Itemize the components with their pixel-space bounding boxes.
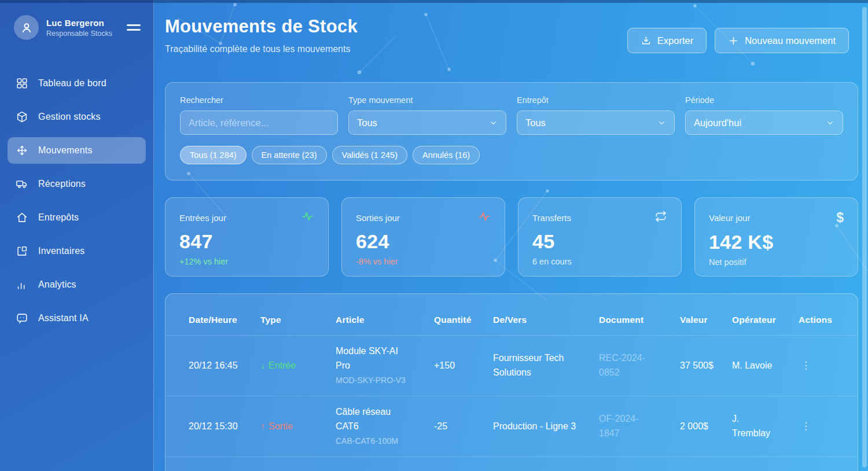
period-field-group: Période Aujourd'hui (685, 95, 843, 135)
user-info: Luc Bergeron Responsable Stocks (46, 18, 127, 38)
sidebar-item-inventaires[interactable]: Inventaires (8, 238, 146, 264)
inventory-icon (16, 245, 28, 257)
cell-value: 37 500$ (680, 359, 732, 373)
table-body: 20/12 16:45↓EntréeModule SKY-AI ProMOD-S… (165, 336, 858, 457)
stat-value: 847 (179, 230, 314, 253)
stat-label: Sorties jour (356, 213, 400, 223)
stat-card: Transferts456 en cours (518, 197, 682, 277)
sidebar-item-label: Gestion stocks (38, 112, 101, 122)
chevron-down-icon (489, 119, 498, 127)
type-select[interactable]: Tous (348, 111, 506, 135)
sidebar-item-label: Inventaires (38, 246, 84, 256)
stat-label: Valeur jour (709, 213, 750, 223)
activity-icon (478, 210, 491, 225)
warehouse-label: Entrepôt (517, 95, 675, 105)
sidebar-item-label: Entrepôts (38, 212, 79, 223)
sidebar-item-tableau-de-bord[interactable]: Tableau de bord (8, 70, 146, 97)
sidebar-item-analytics[interactable]: Analytics (8, 271, 146, 298)
user-name: Luc Bergeron (46, 18, 127, 28)
sidebar-item-entrep-ts[interactable]: Entrepôts (8, 204, 146, 231)
sidebar-item-gestion-stocks[interactable]: Gestion stocks (8, 104, 146, 130)
table-row[interactable]: 20/12 16:45↓EntréeModule SKY-AI ProMOD-S… (165, 336, 858, 396)
user-role: Responsable Stocks (46, 30, 127, 38)
stat-card-top: Sorties jour (356, 210, 491, 225)
stat-card: Entrées jour847+12% vs hier (165, 197, 329, 277)
filter-chip[interactable]: Validés (1 245) (332, 146, 407, 164)
arrow-up-icon: ↑ (260, 420, 265, 434)
warehouse-select-value: Tous (525, 117, 546, 128)
stat-label: Entrées jour (179, 213, 226, 223)
cell-article: Câble réseau CAT6CAB-CAT6-100M (336, 405, 434, 448)
row-actions-button[interactable]: ⋮ (799, 358, 816, 373)
table-column-header: Opérateur (732, 315, 799, 325)
scrollbar[interactable] (862, 7, 867, 468)
filter-panel: Rechercher Type mouvement Tous Entrepôt … (165, 82, 858, 181)
activity-icon (301, 210, 314, 225)
stat-cards: Entrées jour847+12% vs hierSorties jour6… (165, 197, 858, 277)
search-input[interactable] (180, 111, 338, 135)
plus-icon (728, 35, 739, 46)
page-header-text: Mouvements de Stock Traçabilité complète… (165, 16, 358, 54)
bar-chart-icon (16, 278, 28, 291)
warehouse-select[interactable]: Tous (517, 111, 675, 135)
top-strip (0, 0, 868, 3)
sidebar-item-mouvements[interactable]: Mouvements (8, 137, 146, 164)
chevron-down-icon (657, 119, 666, 127)
table-column-header: Type (260, 315, 336, 325)
dollar-icon: $ (836, 210, 844, 226)
filter-chip[interactable]: Annulés (16) (413, 146, 480, 164)
stat-sub: -8% vs hier (356, 257, 491, 266)
stat-card: Sorties jour624-8% vs hier (341, 197, 505, 277)
stat-card-top: Entrées jour (179, 210, 314, 225)
cell-type: ↑Sortie (260, 420, 336, 434)
header-actions: Exporter Nouveau mouvement (627, 28, 849, 53)
sidebar-item-r-ceptions[interactable]: Réceptions (8, 171, 146, 197)
cell-fromto: Production - Ligne 3 (493, 420, 599, 434)
article-name: Module SKY-AI Pro (336, 344, 411, 373)
sidebar-item-assistant-ia[interactable]: Assistant IA (8, 305, 146, 332)
cell-operator: J. Tremblay (732, 412, 799, 441)
type-select-value: Tous (357, 117, 377, 128)
type-field-group: Type mouvement Tous (348, 95, 506, 135)
cell-datetime: 20/12 16:45 (189, 359, 260, 373)
app-root: Luc Bergeron Responsable Stocks Tableau … (0, 0, 868, 471)
export-button[interactable]: Exporter (627, 28, 707, 53)
stat-card-top: Transferts (532, 210, 667, 225)
export-button-label: Exporter (657, 35, 693, 46)
period-label: Période (685, 95, 843, 105)
sidebar-item-label: Mouvements (38, 145, 93, 156)
sidebar-nav: Tableau de bordGestion stocksMouvementsR… (0, 70, 153, 332)
filter-chip[interactable]: En attente (23) (252, 146, 327, 164)
document-link[interactable]: REC-2024-0852 (599, 351, 652, 380)
movements-table: Date/HeureTypeArticleQuantitéDe/VersDocu… (165, 293, 858, 471)
cell-qty: -25 (434, 420, 493, 434)
table-column-header: Document (599, 315, 680, 325)
main-content: Mouvements de Stock Traçabilité complète… (154, 0, 868, 471)
cell-actions: ⋮ (799, 420, 834, 434)
cell-type: ↓Entrée (260, 359, 336, 373)
row-actions-button[interactable]: ⋮ (799, 418, 816, 434)
cube-icon (16, 111, 28, 123)
search-field-group: Rechercher (180, 95, 338, 135)
page-title: Mouvements de Stock (165, 16, 358, 37)
stat-card: Valeur jour$142 K$Net positif (694, 197, 858, 277)
table-column-header: Valeur (680, 315, 732, 325)
period-select[interactable]: Aujourd'hui (685, 111, 843, 135)
stat-sub: +12% vs hier (179, 257, 314, 266)
article-sku: MOD-SKY-PRO-V3 (336, 374, 417, 387)
new-movement-button[interactable]: Nouveau mouvement (715, 28, 849, 53)
avatar (14, 15, 39, 40)
filter-chip[interactable]: Tous (1 284) (180, 146, 247, 164)
sidebar-item-label: Tableau de bord (38, 78, 106, 89)
table-column-header: De/Vers (493, 315, 599, 325)
stat-sub: Net positif (709, 257, 844, 267)
menu-icon[interactable] (127, 19, 141, 35)
table-row[interactable]: 20/12 15:30↑SortieCâble réseau CAT6CAB-C… (165, 396, 858, 457)
document-link[interactable]: OF-2024-1847 (599, 412, 652, 441)
cell-article: Module SKY-AI ProMOD-SKY-PRO-V3 (336, 344, 434, 387)
person-icon (19, 20, 34, 35)
user-profile[interactable]: Luc Bergeron Responsable Stocks (0, 15, 153, 40)
stat-value: 142 K$ (709, 231, 844, 253)
download-icon (641, 35, 652, 46)
move-icon (16, 144, 28, 157)
